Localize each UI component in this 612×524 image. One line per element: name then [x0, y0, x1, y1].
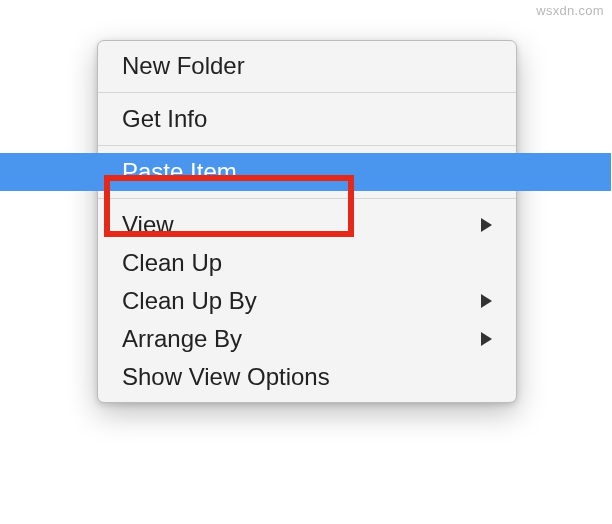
menu-separator	[98, 198, 516, 199]
menu-item-label: Clean Up By	[122, 287, 257, 315]
submenu-arrow-icon	[481, 332, 492, 346]
menu-item-label: Get Info	[122, 105, 207, 133]
menu-item-clean-up-by[interactable]: Clean Up By	[98, 282, 516, 320]
context-menu: New Folder Get Info Paste Item View Clea…	[97, 40, 517, 403]
menu-item-label: Arrange By	[122, 325, 242, 353]
submenu-arrow-icon	[481, 294, 492, 308]
watermark-text: wsxdn.com	[536, 3, 604, 18]
menu-item-get-info[interactable]: Get Info	[98, 100, 516, 138]
menu-item-view[interactable]: View	[98, 206, 516, 244]
menu-item-arrange-by[interactable]: Arrange By	[98, 320, 516, 358]
menu-item-paste-item[interactable]: Paste Item	[98, 153, 516, 191]
menu-item-new-folder[interactable]: New Folder	[98, 47, 516, 85]
menu-item-label: Show View Options	[122, 363, 330, 391]
menu-item-show-view-options[interactable]: Show View Options	[98, 358, 516, 396]
menu-item-label: New Folder	[122, 52, 245, 80]
menu-item-label: Paste Item	[122, 158, 237, 186]
menu-separator	[98, 145, 516, 146]
menu-item-clean-up[interactable]: Clean Up	[98, 244, 516, 282]
menu-separator	[98, 92, 516, 93]
menu-item-label: View	[122, 211, 174, 239]
menu-item-label: Clean Up	[122, 249, 222, 277]
submenu-arrow-icon	[481, 218, 492, 232]
